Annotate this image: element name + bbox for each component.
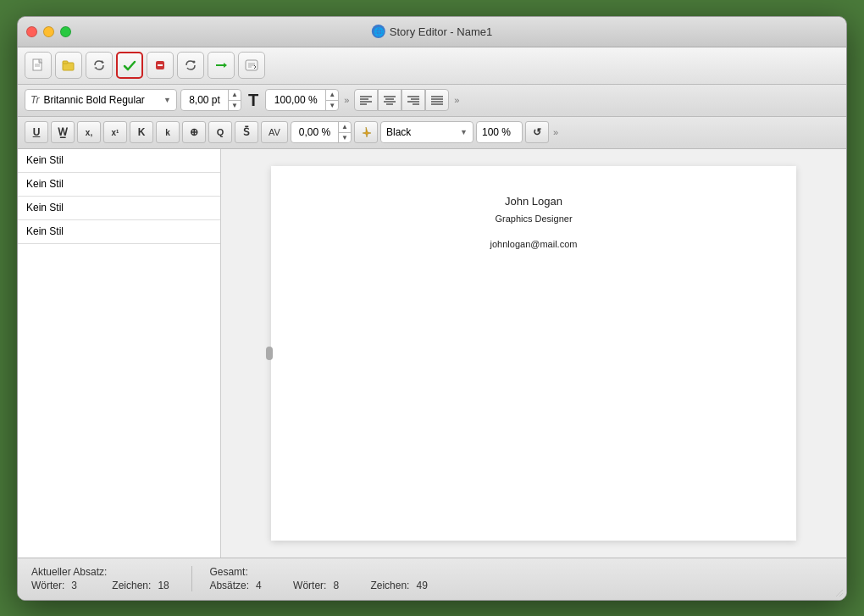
- scale-arrows: ▲ ▼: [325, 89, 338, 111]
- font-size-down[interactable]: ▼: [229, 101, 241, 112]
- chars-label: Zeichen:: [112, 580, 151, 591]
- total-paragraphs-value: 4: [256, 580, 273, 591]
- caps-button[interactable]: K: [130, 121, 153, 143]
- scale-down[interactable]: ▼: [326, 101, 338, 112]
- editor-page[interactable]: John Logan Graphics Designer johnlogan@m…: [271, 166, 796, 541]
- extra-options-icon[interactable]: »: [344, 95, 349, 105]
- total-paragraphs-label: Absätze:: [209, 580, 249, 591]
- font-size-arrows: ▲ ▼: [228, 89, 241, 111]
- style-item-2[interactable]: Kein Stil: [18, 173, 220, 197]
- story-editor-window: 🌐 Story Editor - Name1: [17, 16, 847, 601]
- optical-button[interactable]: Q: [208, 121, 232, 143]
- scale-pct-value[interactable]: 100,00 %: [266, 94, 325, 106]
- status-separator: [191, 566, 192, 591]
- content-email-line: johnlogan@mail.com: [305, 236, 762, 253]
- styles-sidebar: Kein Stil Kein Stil Kein Stil Kein Stil: [18, 149, 221, 558]
- style-item-4-label: Kein Stil: [26, 225, 64, 237]
- kerning-spinner: 0,00 % ▲ ▼: [291, 121, 352, 143]
- svg-line-33: [839, 593, 843, 597]
- reload-button[interactable]: [86, 52, 113, 79]
- superscript-button[interactable]: x¹: [103, 121, 127, 143]
- style-item-3[interactable]: Kein Stil: [18, 197, 220, 220]
- stop-button[interactable]: [147, 52, 174, 79]
- strikethrough-button[interactable]: S̄: [235, 121, 258, 143]
- color-picker-icon[interactable]: [354, 121, 378, 143]
- toolbar3-char: U W̲ x, x¹ K k ⊕ Q S̄ AV 0,00 % ▲ ▼ Blac…: [18, 117, 846, 149]
- svg-line-32: [836, 590, 843, 597]
- font-size-spinner: 8,00 pt ▲ ▼: [180, 89, 241, 111]
- align-left-button[interactable]: [354, 89, 378, 111]
- kerning-label-button[interactable]: AV: [261, 121, 288, 143]
- bold-T-icon: T: [248, 91, 258, 110]
- underline-button[interactable]: U: [25, 121, 48, 143]
- statusbar: Aktueller Absatz: Wörter: 3 Zeichen: 18 …: [18, 558, 846, 600]
- color-chevron-icon: ▼: [460, 128, 468, 136]
- toolbar2-font: Tr Britannic Bold Regular ▼ 8,00 pt ▲ ▼ …: [18, 85, 846, 117]
- close-button[interactable]: [26, 26, 37, 37]
- page-content: John Logan Graphics Designer johnlogan@m…: [305, 191, 762, 253]
- color-opacity-value[interactable]: 100 %: [482, 126, 511, 138]
- total-section: Gesamt: Absätze: 4 Wörter: 8 Zeichen: 49: [209, 566, 433, 591]
- total-words-value: 8: [333, 580, 350, 591]
- current-paragraph-section: Aktueller Absatz: Wörter: 3 Zeichen: 18: [31, 566, 174, 591]
- font-chevron-icon: ▼: [163, 96, 171, 104]
- svg-marker-5: [102, 60, 104, 64]
- more-options-button[interactable]: ↺: [525, 121, 549, 143]
- edit-button[interactable]: [238, 52, 265, 79]
- font-name-label: Britannic Bold Regular: [43, 94, 144, 106]
- word-underline-button[interactable]: W̲: [51, 121, 75, 143]
- align-center-button[interactable]: [378, 89, 402, 111]
- font-size-value[interactable]: 8,00 pt: [181, 94, 228, 106]
- kerning-arrows: ▲ ▼: [338, 121, 351, 143]
- scale-up[interactable]: ▲: [326, 89, 338, 101]
- align-justify-button[interactable]: [425, 89, 449, 111]
- color-name-label: Black: [386, 126, 411, 138]
- content-title-line: Graphics Designer: [305, 211, 762, 228]
- check-button[interactable]: [116, 52, 143, 79]
- content-name-line: John Logan: [305, 191, 762, 211]
- extra-char-options-icon[interactable]: »: [553, 127, 558, 137]
- align-right-button[interactable]: [402, 89, 425, 111]
- style-item-4[interactable]: Kein Stil: [18, 220, 220, 244]
- titlebar: 🌐 Story Editor - Name1: [18, 17, 846, 47]
- total-chars-label: Zeichen:: [370, 580, 409, 591]
- resize-handle-icon[interactable]: [833, 586, 843, 597]
- font-size-up[interactable]: ▲: [229, 89, 241, 101]
- small-caps-button[interactable]: k: [156, 121, 180, 143]
- new-button[interactable]: [25, 52, 52, 79]
- refresh-button[interactable]: [177, 52, 204, 79]
- total-chars-value: 49: [416, 580, 433, 591]
- color-selector[interactable]: Black ▼: [380, 121, 474, 143]
- align-group: [354, 89, 449, 111]
- subscript-button[interactable]: x,: [77, 121, 101, 143]
- maximize-button[interactable]: [60, 26, 71, 37]
- tracking-button[interactable]: ⊕: [182, 121, 206, 143]
- total-words-label: Wörter:: [293, 580, 326, 591]
- font-selector[interactable]: Tr Britannic Bold Regular ▼: [25, 89, 177, 111]
- svg-marker-6: [94, 67, 97, 69]
- main-area: Kein Stil Kein Stil Kein Stil Kein Stil …: [18, 149, 846, 558]
- scrollbar-handle[interactable]: [266, 347, 273, 360]
- style-item-1[interactable]: Kein Stil: [18, 149, 220, 173]
- kerning-value[interactable]: 0,00 %: [291, 126, 338, 138]
- window-title: 🌐 Story Editor - Name1: [372, 25, 492, 38]
- chars-value: 18: [158, 580, 174, 591]
- arrow-button[interactable]: [208, 52, 235, 79]
- scale-pct-box: 100,00 % ▲ ▼: [265, 89, 339, 111]
- extra-options2-icon[interactable]: »: [454, 95, 459, 105]
- style-item-2-label: Kein Stil: [26, 178, 64, 190]
- editor-area[interactable]: John Logan Graphics Designer johnlogan@m…: [221, 149, 846, 558]
- total-label-row: Gesamt:: [209, 566, 433, 578]
- open-button[interactable]: [55, 52, 82, 79]
- total-values-row: Absätze: 4 Wörter: 8 Zeichen: 49: [209, 580, 433, 591]
- svg-rect-4: [63, 61, 68, 64]
- svg-marker-11: [224, 63, 227, 68]
- app-icon: 🌐: [372, 25, 385, 38]
- kerning-up[interactable]: ▲: [339, 121, 351, 133]
- words-value: 3: [71, 580, 88, 591]
- total-label: Gesamt:: [209, 566, 247, 578]
- traffic-lights: [26, 26, 71, 37]
- kerning-down[interactable]: ▼: [339, 133, 351, 144]
- minimize-button[interactable]: [43, 26, 54, 37]
- words-label: Wörter:: [31, 580, 64, 591]
